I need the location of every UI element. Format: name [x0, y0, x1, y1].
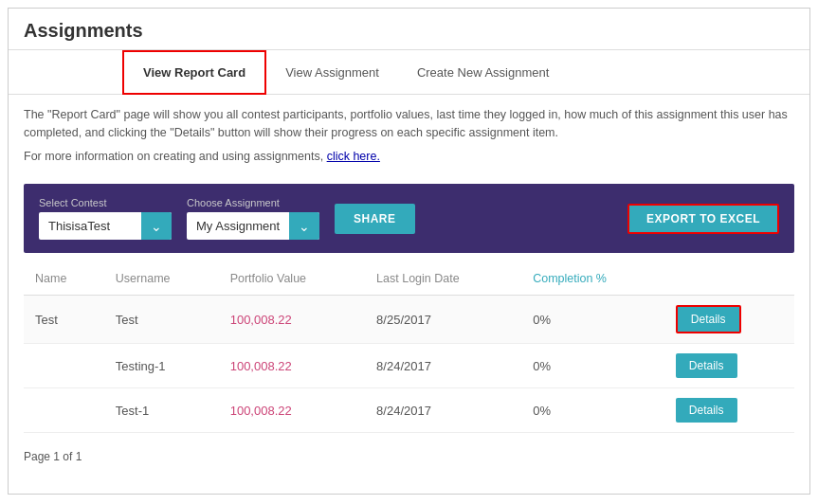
- cell-name: [24, 344, 104, 388]
- page-title: Assignments: [24, 20, 794, 42]
- description-area: The "Report Card" page will show you all…: [9, 95, 809, 174]
- col-header-last-login: Last Login Date: [365, 262, 521, 296]
- description-line1: The "Report Card" page will show you all…: [24, 106, 794, 142]
- details-button[interactable]: Details: [676, 305, 741, 333]
- col-header-portfolio: Portfolio Value: [219, 262, 365, 296]
- export-to-excel-button[interactable]: EXPORT TO EXCEL: [627, 204, 779, 234]
- assignment-label: Choose Assignment: [187, 197, 319, 208]
- table-row: TestTest100,008.228/25/20170%Details: [24, 296, 794, 344]
- tab-create-new-assignment[interactable]: Create New Assignment: [398, 52, 568, 93]
- cell-last-login: 8/24/2017: [365, 344, 521, 388]
- contest-label: Select Contest: [39, 197, 172, 208]
- cell-completion: 0%: [521, 388, 664, 433]
- contest-select[interactable]: ThisisaTest ⌄: [39, 212, 172, 240]
- controls-bar: Select Contest ThisisaTest ⌄ Choose Assi…: [24, 184, 794, 253]
- table-row: Test-1100,008.228/24/20170%Details: [24, 388, 794, 433]
- tabs-row: View Report Card View Assignment Create …: [9, 50, 809, 95]
- details-button[interactable]: Details: [676, 353, 737, 378]
- assignment-dropdown-arrow[interactable]: ⌄: [289, 212, 319, 240]
- table-header-row: Name Username Portfolio Value Last Login…: [24, 262, 794, 296]
- pagination-text: Page 1 of 1: [24, 450, 82, 463]
- cell-details: Details: [664, 296, 794, 344]
- tab-view-assignment[interactable]: View Assignment: [266, 52, 398, 93]
- cell-name: [24, 388, 104, 433]
- col-header-name: Name: [24, 262, 104, 296]
- page-wrapper: Assignments View Report Card View Assign…: [8, 8, 810, 495]
- assignments-table: Name Username Portfolio Value Last Login…: [24, 262, 794, 433]
- cell-username: Test: [104, 296, 219, 344]
- cell-portfolio: 100,008.22: [219, 388, 365, 433]
- cell-completion: 0%: [521, 344, 664, 388]
- assignment-select[interactable]: My Assignment ⌄: [187, 212, 319, 240]
- tab-view-report-card[interactable]: View Report Card: [122, 50, 266, 95]
- cell-portfolio: 100,008.22: [219, 344, 365, 388]
- cell-username: Testing-1: [104, 344, 219, 388]
- col-header-action: [664, 262, 794, 296]
- cell-details: Details: [664, 388, 794, 433]
- details-button[interactable]: Details: [676, 398, 737, 423]
- assignment-control-group: Choose Assignment My Assignment ⌄: [187, 197, 319, 240]
- cell-last-login: 8/24/2017: [365, 388, 521, 433]
- cell-completion: 0%: [521, 296, 664, 344]
- cell-details: Details: [664, 344, 794, 388]
- cell-last-login: 8/25/2017: [365, 296, 521, 344]
- cell-username: Test-1: [104, 388, 219, 433]
- contest-dropdown-arrow[interactable]: ⌄: [141, 212, 172, 240]
- share-button[interactable]: SHARE: [335, 204, 415, 234]
- page-footer: Page 1 of 1: [9, 442, 809, 471]
- description-line2: For more information on creating and usi…: [24, 148, 794, 166]
- col-header-username: Username: [104, 262, 219, 296]
- col-header-completion: Completion %: [521, 262, 664, 296]
- contest-control-group: Select Contest ThisisaTest ⌄: [39, 197, 172, 240]
- table-row: Testing-1100,008.228/24/20170%Details: [24, 344, 794, 388]
- cell-portfolio: 100,008.22: [219, 296, 365, 344]
- cell-name: Test: [24, 296, 104, 344]
- page-header: Assignments: [9, 9, 809, 50]
- click-here-link[interactable]: click here.: [327, 150, 380, 163]
